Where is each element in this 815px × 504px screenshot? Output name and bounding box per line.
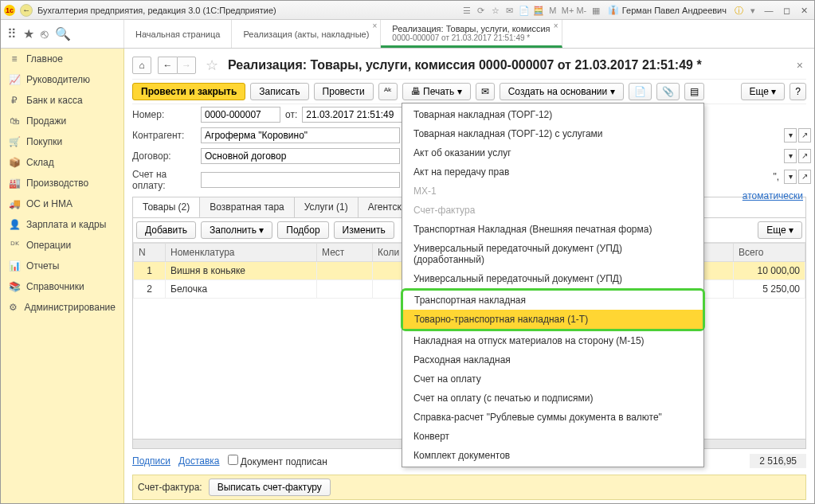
dk-movements-button[interactable]: ᴬᵏ xyxy=(378,83,398,100)
col-place[interactable]: Мест xyxy=(317,244,373,262)
sidebar-item-admin[interactable]: ⚙Администрирование xyxy=(1,297,123,318)
contragent-input[interactable] xyxy=(201,127,400,143)
tab-goods[interactable]: Товары (2) xyxy=(133,197,200,218)
print-menu-item[interactable]: Расходная накладная xyxy=(402,350,703,369)
list-button[interactable]: ▤ xyxy=(684,83,704,100)
field-open-icon[interactable]: ↗ xyxy=(798,128,811,143)
print-menu-item[interactable]: Справка-расчет "Рублевые суммы документа… xyxy=(402,408,703,427)
print-menu-item[interactable]: Универсальный передаточный документ (УПД… xyxy=(402,239,703,269)
delivery-link[interactable]: Доставка xyxy=(178,455,220,467)
print-menu-item[interactable]: Транспортная Накладная (Внешняя печатная… xyxy=(402,220,703,239)
tab-returnable-tara[interactable]: Возвратная тара xyxy=(200,197,295,217)
change-button[interactable]: Изменить xyxy=(334,221,394,239)
print-menu-item[interactable]: Товарная накладная (ТОРГ-12) xyxy=(402,105,703,124)
tb-icon-m[interactable]: M xyxy=(547,5,558,16)
sidebar-item-bank[interactable]: ₽Банк и касса xyxy=(1,90,123,111)
tab-realization-list[interactable]: Реализация (акты, накладные) × xyxy=(232,20,381,48)
print-menu-item-transport[interactable]: Транспортная накладная xyxy=(403,291,703,310)
pick-button[interactable]: Подбор xyxy=(277,221,328,239)
fill-button[interactable]: Заполнить ▾ xyxy=(201,221,272,239)
table-more-button[interactable]: Еще ▾ xyxy=(758,221,802,239)
window-minimize-button[interactable]: — xyxy=(762,5,776,16)
create-invoice-factura-button[interactable]: Выписать счет-фактуру xyxy=(209,479,331,496)
nav-forward-button[interactable]: → xyxy=(177,57,196,74)
email-button[interactable]: ✉ xyxy=(476,83,495,100)
auto-link[interactable]: атоматически xyxy=(743,190,803,201)
home-button[interactable]: ⌂ xyxy=(132,57,151,74)
sidebar-item-main[interactable]: ≡Главное xyxy=(1,49,123,69)
sidebar-item-warehouse[interactable]: 📦Склад xyxy=(1,152,123,173)
field-dropdown-icon[interactable]: ▾ xyxy=(784,128,797,143)
sidebar-item-salary[interactable]: 👤Зарплата и кадры xyxy=(1,214,123,235)
tab-close-icon[interactable]: × xyxy=(372,21,377,30)
print-menu-item[interactable]: Накладная на отпуск материалов на сторон… xyxy=(402,331,703,350)
print-dropdown-button[interactable]: 🖶 Печать ▾ xyxy=(402,83,471,100)
print-menu-item[interactable]: Счет-фактура xyxy=(402,201,703,220)
tab-services[interactable]: Услуги (1) xyxy=(295,197,359,217)
tab-close-icon[interactable]: × xyxy=(554,21,558,30)
tb-icon-b[interactable]: ⟳ xyxy=(476,5,487,16)
print-menu-item[interactable]: Акт об оказании услуг xyxy=(402,143,703,162)
print-menu-item[interactable]: Счет на оплату (с печатью и подписями) xyxy=(402,389,703,408)
sidebar-item-operations[interactable]: ᴰᴷОперации xyxy=(1,235,123,256)
sidebar-item-manager[interactable]: 📈Руководителю xyxy=(1,69,123,90)
tb-icon-a[interactable]: ☰ xyxy=(461,5,472,16)
tb-icon-calc[interactable]: 🧮 xyxy=(533,5,544,16)
col-n[interactable]: N xyxy=(134,244,166,262)
search-icon[interactable]: 🔍 xyxy=(55,26,71,41)
add-row-button[interactable]: Добавить xyxy=(136,221,196,239)
apps-grid-icon[interactable]: ⠿ xyxy=(7,26,17,41)
doc-signed-input[interactable] xyxy=(228,455,238,465)
create-on-basis-button[interactable]: Создать на основании ▾ xyxy=(500,83,624,100)
page-close-button[interactable]: × xyxy=(793,59,806,72)
save-button[interactable]: Записать xyxy=(250,83,308,100)
number-input[interactable] xyxy=(201,107,280,123)
col-total[interactable]: Всего xyxy=(734,244,805,262)
window-close-button[interactable]: ✕ xyxy=(797,5,811,16)
tab-realization-doc[interactable]: Реализация: Товары, услуги, комиссия 000… xyxy=(381,20,562,48)
tb-icon-d[interactable]: ✉ xyxy=(504,5,515,16)
print-menu-item-ttn-selected[interactable]: Товарно-транспортная накладная (1-Т) xyxy=(403,310,703,329)
files-button[interactable]: 📄 xyxy=(629,83,652,100)
field-open-icon[interactable]: ↗ xyxy=(798,170,811,184)
favorites-star-icon[interactable]: ★ xyxy=(23,26,34,41)
cell-place[interactable] xyxy=(317,262,373,280)
sidebar-item-purchases[interactable]: 🛒Покупки xyxy=(1,131,123,152)
sidebar-item-catalogs[interactable]: 📚Справочники xyxy=(1,276,123,297)
info-icon[interactable]: ⓘ xyxy=(733,5,744,16)
sidebar-item-production[interactable]: 🏭Производство xyxy=(1,173,123,193)
signatures-link[interactable]: Подписи xyxy=(132,455,170,467)
print-menu-item[interactable]: Комплект документов xyxy=(402,446,703,465)
more-button[interactable]: Еще ▾ xyxy=(741,83,786,100)
post-button[interactable]: Провести xyxy=(314,83,374,100)
print-menu-item[interactable]: МХ-1 xyxy=(402,182,703,201)
print-menu-item[interactable]: Конверт xyxy=(402,427,703,446)
tb-icon-e[interactable]: 📄 xyxy=(519,5,530,16)
attach-button[interactable]: 📎 xyxy=(656,83,680,100)
doc-signed-checkbox[interactable]: Документ подписан xyxy=(228,455,327,467)
field-open-icon[interactable]: ↗ xyxy=(798,149,811,163)
print-menu-item[interactable]: Универсальный передаточный документ (УПД… xyxy=(402,269,703,288)
favorite-star-icon[interactable]: ☆ xyxy=(202,57,221,74)
tab-start-page[interactable]: Начальная страница xyxy=(124,20,232,48)
history-icon[interactable]: ⎋ xyxy=(41,27,49,41)
print-menu-item[interactable]: Товарная накладная (ТОРГ-12) с услугами xyxy=(402,124,703,143)
sidebar-item-assets[interactable]: 🚚ОС и НМА xyxy=(1,193,123,214)
cell-nomenclature[interactable]: Белочка xyxy=(166,280,317,299)
cell-place[interactable] xyxy=(317,280,373,299)
nav-back-round-icon[interactable]: ← xyxy=(20,4,33,17)
date-input[interactable] xyxy=(302,107,413,123)
print-menu-item[interactable]: Счет на оплату xyxy=(402,369,703,389)
window-maximize-button[interactable]: ◻ xyxy=(779,5,793,16)
user-block[interactable]: 👔 Герман Павел Андреевич xyxy=(605,5,730,15)
sidebar-item-sales[interactable]: 🛍Продажи xyxy=(1,111,123,131)
tb-icon-mplus[interactable]: M+ xyxy=(562,5,573,16)
dropdown-icon[interactable]: ▾ xyxy=(747,5,758,16)
tb-icon-grid[interactable]: ▦ xyxy=(590,5,601,16)
post-and-close-button[interactable]: Провести и закрыть xyxy=(132,83,245,100)
tb-icon-mminus[interactable]: M- xyxy=(576,5,587,16)
field-dropdown-icon[interactable]: ▾ xyxy=(784,149,797,163)
contract-input[interactable] xyxy=(201,148,400,164)
print-menu-item[interactable]: Акт на передачу прав xyxy=(402,162,703,182)
col-nomenclature[interactable]: Номенклатура xyxy=(166,244,317,262)
